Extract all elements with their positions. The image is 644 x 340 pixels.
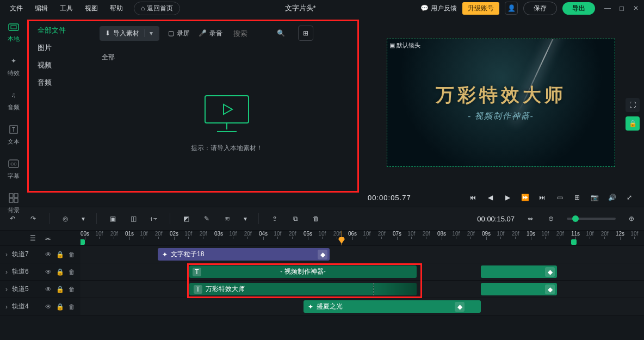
rail-background[interactable]: 背景 [8,192,20,214]
view-mode-button[interactable]: ⊞ [298,26,313,41]
lock-icon[interactable]: 🔒 [56,268,64,276]
media-cat-image[interactable]: 图片 [38,43,95,53]
zoom-out-button[interactable]: ⊖ [546,214,556,224]
play-button[interactable]: ▶ [503,193,512,202]
clip-summer[interactable]: ✦ 盛夏之光 ◆ [304,300,481,313]
clip-particle[interactable]: ✦ 文字粒子18 ◆ [158,248,330,261]
clip-keyframe-button[interactable]: ◆ [455,302,465,312]
clip-title-extra[interactable]: ◆ [481,283,557,295]
split-button[interactable]: ⫞⫟ [149,214,159,224]
rail-audio[interactable]: ♫ 音频 [8,89,20,112]
redo-button[interactable]: ↷ [28,214,38,224]
lock-icon[interactable]: 🔒 [56,251,64,258]
delete-button[interactable]: 🗑 [311,214,321,224]
crop-button[interactable]: ◫ [128,214,138,224]
track-link-button[interactable]: ⫘ [43,233,53,243]
track-header-7[interactable]: › 轨道7 👁🔒🗑 [0,246,81,263]
clip-keyframe-button[interactable]: ◆ [318,250,327,259]
menu-view[interactable]: 视图 [79,2,103,15]
layers-dropdown-icon[interactable]: ▾ [243,214,247,224]
rail-local[interactable]: 本地 [8,21,20,43]
save-button[interactable]: 保存 [523,2,557,15]
track-menu-button[interactable]: ☰ [28,233,38,243]
clip-title[interactable]: T 万彩特效大师 [189,283,417,295]
import-dropdown-icon[interactable]: ▾ [144,29,154,37]
eye-icon[interactable]: 👁 [45,251,52,258]
rail-effects[interactable]: ✦ 特效 [8,55,20,77]
clip-subtitle-extra[interactable]: ◆ [481,265,557,278]
mask-button[interactable]: ◩ [181,214,191,224]
zoom-knob[interactable] [572,215,579,222]
fit-timeline-button[interactable]: ⇔ [525,214,535,224]
skip-end-button[interactable]: ⏭ [537,193,547,202]
import-button[interactable]: ⬇ 导入素材 ▾ [100,26,159,41]
track-lane-5[interactable]: T 万彩特效大师 ◆ [81,281,644,298]
copy-button[interactable]: ⧉ [290,214,300,224]
return-home-button[interactable]: ⌂ 返回首页 [134,2,180,15]
lock-icon[interactable]: 🔒 [56,286,64,293]
media-drop-zone[interactable]: 提示：请导入本地素材！ [100,59,354,187]
layers-button[interactable]: ≋ [222,214,232,224]
aspect-button[interactable]: ▭ [555,193,565,202]
menu-help[interactable]: 帮助 [104,2,128,15]
export-clip-button[interactable]: ⇪ [270,214,280,224]
search-icon[interactable]: 🔍 [277,29,285,37]
playhead[interactable] [342,231,342,246]
maximize-button[interactable]: ◻ [618,4,626,12]
target-dropdown-icon[interactable]: ▾ [81,214,85,224]
rail-text[interactable]: T 文本 [8,123,20,146]
lock-button[interactable]: 🔒 [626,116,640,131]
export-button[interactable]: 导出 [562,2,595,15]
trash-icon[interactable]: 🗑 [69,286,75,293]
chevron-right-icon[interactable]: › [5,303,8,311]
crop-frame-button[interactable]: ▣ [108,214,117,224]
track-lane-6[interactable]: T - 视频制作神器- ◆ [81,263,644,280]
edit-button[interactable]: ✎ [202,214,212,224]
chevron-right-icon[interactable]: › [5,268,8,276]
grid-preview-button[interactable]: ⊞ [572,193,582,202]
eye-icon[interactable]: 👁 [45,268,52,276]
media-cat-video[interactable]: 视频 [38,60,95,70]
fullscreen-button[interactable]: ⛶ [626,98,640,112]
volume-button[interactable]: 🔊 [607,193,617,202]
clip-subtitle[interactable]: T - 视频制作神器- [189,265,417,278]
preview-viewport[interactable]: ▣ 默认镜头 万彩特效大师 - 视频制作神器- [387,39,615,167]
minimize-button[interactable]: — [604,4,611,12]
search-input[interactable] [233,29,277,38]
lock-icon[interactable]: 🔒 [56,303,64,311]
menu-edit[interactable]: 编辑 [29,2,53,15]
rail-subtitle[interactable]: CC 字幕 [8,158,20,180]
menu-file[interactable]: 文件 [4,2,28,15]
trash-icon[interactable]: 🗑 [69,251,75,258]
clip-keyframe-button[interactable]: ◆ [545,285,555,294]
trash-icon[interactable]: 🗑 [69,303,75,311]
track-lane-7[interactable]: ✦ 文字粒子18 ◆ [81,246,644,263]
zoom-in-button[interactable]: ⊕ [627,214,636,224]
media-cat-audio[interactable]: 音频 [38,78,95,88]
clip-keyframe-button[interactable]: ◆ [545,267,555,277]
undo-button[interactable]: ↶ [8,214,17,224]
range-start-handle[interactable] [81,239,85,245]
snapshot-button[interactable]: 📷 [590,193,599,202]
trash-icon[interactable]: 🗑 [69,268,75,276]
track-header-4[interactable]: › 轨道4 👁🔒🗑 [0,298,81,315]
record-audio-button[interactable]: 🎤 录音 [199,29,222,38]
skip-start-button[interactable]: ⏮ [468,193,478,202]
record-screen-button[interactable]: ▢ 录屏 [168,29,190,38]
prev-frame-button[interactable]: ◀ [485,193,495,202]
timeline-ruler[interactable]: 00s10f20f01s10f20f02s10f20f03s10f20f04s1… [81,231,644,246]
zoom-slider[interactable] [567,218,616,220]
track-header-5[interactable]: › 轨道5 👁🔒🗑 [0,281,81,298]
next-frame-button[interactable]: ⏩ [520,193,530,202]
chevron-right-icon[interactable]: › [5,286,8,293]
track-lane-4[interactable]: ✦ 盛夏之光 ◆ [81,298,644,315]
eye-icon[interactable]: 👁 [45,303,52,311]
user-account-button[interactable]: 👤 [505,2,518,15]
chevron-right-icon[interactable]: › [5,251,8,258]
close-button[interactable]: ✕ [632,4,640,12]
feedback-link[interactable]: 💬 用户反馈 [420,4,457,13]
menu-tools[interactable]: 工具 [54,2,78,15]
upgrade-button[interactable]: 升级账号 [462,2,499,15]
range-end-handle[interactable] [571,239,577,245]
eye-icon[interactable]: 👁 [45,286,52,293]
